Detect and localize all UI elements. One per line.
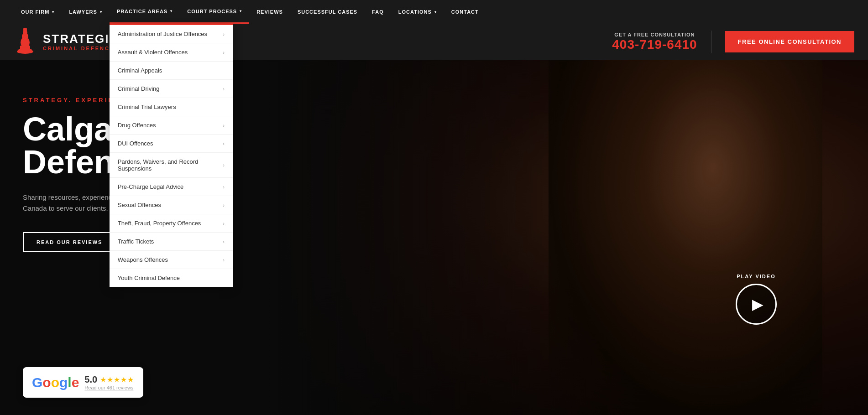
logo-subtitle: CRIMINAL DEFENCE (43, 46, 119, 51)
nav-items-list: OUR FIRM ▾ LAWYERS ▾ PRACTICE AREAS ▾ Ad… (14, 0, 854, 24)
nav-item-court-process: COURT PROCESS ▾ (180, 0, 249, 24)
dropdown-item-criminal-appeals[interactable]: Criminal Appeals (110, 62, 233, 80)
arrow-icon: › (223, 257, 225, 263)
arrow-icon: › (223, 86, 225, 92)
dropdown-item-theft-fraud[interactable]: Theft, Fraud, Property Offences › (110, 214, 233, 233)
dropdown-item-administration[interactable]: Administration of Justice Offences › (110, 25, 233, 43)
nav-item-successful-cases: SUCCESSFUL CASES (290, 0, 365, 24)
rating-score: 5.0 (84, 374, 97, 385)
dropdown-item-criminal-driving[interactable]: Criminal Driving › (110, 80, 233, 98)
dropdown-item-dui-offences[interactable]: DUI Offences › (110, 135, 233, 153)
chevron-down-icon: ▾ (100, 10, 102, 14)
nav-link-contact[interactable]: CONTACT (444, 0, 486, 24)
chevron-down-icon: ▾ (170, 9, 173, 13)
play-triangle-icon: ▶ (752, 296, 763, 313)
nav-link-lawyers[interactable]: LAWYERS ▾ (62, 0, 109, 24)
arrow-icon: › (223, 202, 225, 208)
chevron-down-icon: ▾ (434, 10, 437, 14)
svg-rect-7 (23, 28, 27, 30)
logo-chess-icon (14, 26, 37, 57)
free-consultation-button[interactable]: FREE ONLINE CONSULTATION (725, 31, 854, 52)
logo-title: STRATEGIC (43, 32, 119, 46)
nav-item-faq: FAQ (365, 0, 391, 24)
nav-link-court-process[interactable]: COURT PROCESS ▾ (180, 0, 249, 24)
phone-number[interactable]: 403-719-6410 (612, 37, 697, 52)
dropdown-item-traffic-tickets[interactable]: Traffic Tickets › (110, 233, 233, 251)
nav-link-our-firm[interactable]: OUR FIRM ▾ (14, 0, 62, 24)
dropdown-item-youth-criminal[interactable]: Youth Criminal Defence (110, 269, 233, 287)
consultation-area: GET A FREE CONSULTATION 403-719-6410 (612, 32, 697, 52)
dropdown-item-pre-charge[interactable]: Pre-Charge Legal Advice › (110, 178, 233, 196)
arrow-icon: › (223, 123, 225, 128)
hero-face-image (549, 60, 822, 415)
rating-stars: ★★★★★ (100, 375, 134, 384)
header-right: GET A FREE CONSULTATION 403-719-6410 FRE… (612, 31, 854, 53)
arrow-icon: › (223, 31, 225, 37)
arrow-icon: › (223, 141, 225, 146)
dropdown-item-assault[interactable]: Assault & Violent Offences › (110, 43, 233, 62)
logo-area: STRATEGIC CRIMINAL DEFENCE (14, 26, 612, 57)
read-reviews-button[interactable]: READ OUR REVIEWS (23, 232, 116, 252)
dropdown-item-criminal-trial-lawyers[interactable]: Criminal Trial Lawyers (110, 98, 233, 116)
play-video-button[interactable]: PLAY VIDEO ▶ (736, 274, 777, 325)
arrow-icon: › (223, 50, 225, 55)
nav-link-practice-areas[interactable]: PRACTICE AREAS ▾ (110, 0, 180, 24)
arrow-icon: › (223, 239, 225, 244)
nav-link-locations[interactable]: LOCATIONS ▾ (391, 0, 444, 24)
play-circle[interactable]: ▶ (736, 284, 777, 325)
chevron-down-icon: ▾ (240, 9, 242, 13)
dropdown-item-pardons[interactable]: Pardons, Waivers, and Record Suspensions… (110, 153, 233, 178)
dropdown-item-sexual-offences[interactable]: Sexual Offences › (110, 196, 233, 214)
top-navigation: OUR FIRM ▾ LAWYERS ▾ PRACTICE AREAS ▾ Ad… (0, 0, 868, 24)
nav-link-faq[interactable]: FAQ (365, 0, 391, 24)
nav-link-reviews[interactable]: REVIEWS (249, 0, 290, 24)
rating-link[interactable]: Read our 461 reviews (84, 385, 134, 390)
arrow-icon: › (223, 162, 225, 168)
google-g-logo: Google (32, 375, 79, 390)
practice-areas-dropdown: Administration of Justice Offences › Ass… (110, 24, 233, 287)
arrow-icon: › (223, 184, 225, 190)
nav-item-reviews: REVIEWS (249, 0, 290, 24)
consultation-label: GET A FREE CONSULTATION (612, 32, 697, 37)
nav-item-locations: LOCATIONS ▾ (391, 0, 444, 24)
dropdown-item-drug-offences[interactable]: Drug Offences › (110, 116, 233, 135)
chevron-down-icon: ▾ (52, 10, 54, 14)
rating-info: 5.0 ★★★★★ Read our 461 reviews (84, 374, 134, 390)
play-video-label: PLAY VIDEO (737, 274, 775, 279)
nav-item-our-firm: OUR FIRM ▾ (14, 0, 62, 24)
nav-item-lawyers: LAWYERS ▾ (62, 0, 109, 24)
logo-text: STRATEGIC CRIMINAL DEFENCE (43, 32, 119, 51)
dropdown-item-weapons-offences[interactable]: Weapons Offences › (110, 251, 233, 269)
nav-link-successful-cases[interactable]: SUCCESSFUL CASES (290, 0, 365, 24)
vertical-divider (711, 31, 711, 53)
google-rating-widget: Google 5.0 ★★★★★ Read our 461 reviews (23, 367, 143, 398)
nav-item-practice-areas: PRACTICE AREAS ▾ Administration of Justi… (110, 0, 180, 24)
nav-item-contact: CONTACT (444, 0, 486, 24)
arrow-icon: › (223, 221, 225, 226)
